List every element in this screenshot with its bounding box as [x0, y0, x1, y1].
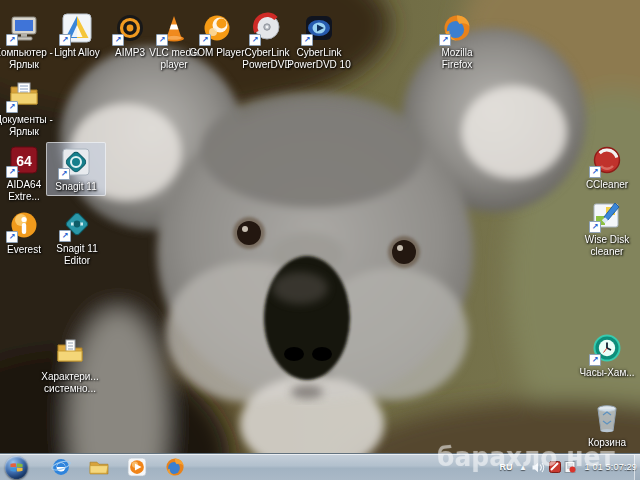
- shortcut-arrow-icon: ↗: [6, 166, 18, 178]
- shortcut-arrow-icon: ↗: [59, 230, 71, 242]
- desktop-icon-snagit-11-editor[interactable]: ↗Snagit 11Editor: [47, 204, 107, 269]
- desktop-icon-snagit-11[interactable]: ↗Snagit 11: [46, 142, 106, 196]
- shortcut-arrow-icon: ↗: [156, 34, 168, 46]
- desktop-icon-recycle-bin[interactable]: Корзина: [577, 398, 637, 452]
- desktop-icon-mozilla-firefox[interactable]: ↗MozillaFirefox: [427, 8, 487, 73]
- shortcut-arrow-icon: ↗: [589, 221, 601, 233]
- vlc-media-player-icon: ↗: [157, 11, 191, 45]
- language-indicator[interactable]: RU: [497, 455, 515, 479]
- shortcut-arrow-icon: ↗: [59, 34, 71, 46]
- icon-label: Snagit 11Editor: [56, 243, 98, 266]
- icon-label: CyberLinkPowerDVD: [242, 47, 291, 70]
- documents-icon: ↗: [7, 78, 41, 112]
- desktop-icon-light-alloy[interactable]: ↗Light Alloy: [47, 8, 107, 62]
- shortcut-arrow-icon: ↗: [439, 34, 451, 46]
- shortcut-arrow-icon: ↗: [6, 34, 18, 46]
- icon-label: Характери...системно...: [41, 371, 98, 394]
- desktop-icon-everest[interactable]: ↗Everest: [0, 205, 54, 259]
- cyberlink-powerdvd-icon: ↗: [250, 11, 284, 45]
- taskbar-button-firefox[interactable]: [160, 455, 190, 479]
- taskbar-button-windows-explorer[interactable]: [84, 455, 114, 479]
- aida64-extreme-icon: 64 ↗: [7, 143, 41, 177]
- show-hidden-icons-icon[interactable]: ▲: [518, 455, 528, 479]
- taskbar-button-internet-explorer[interactable]: [46, 455, 76, 479]
- snagit-11-icon: ↗: [59, 145, 93, 179]
- volume-icon[interactable]: [530, 455, 546, 479]
- icon-label: CyberLinkPowerDVD 10: [287, 47, 350, 70]
- taskbar: RU ▲ 1 01 5:07:29: [0, 453, 640, 480]
- system-specs-folder-icon: [53, 335, 87, 369]
- desktop-icon-cyberlink-powerdvd10[interactable]: ↗CyberLinkPowerDVD 10: [289, 8, 349, 73]
- chameleon-clock-icon: ↗: [590, 331, 624, 365]
- icon-label: Snagit 11: [55, 181, 97, 193]
- icon-label: AIDA64Extre...: [7, 179, 41, 202]
- shortcut-arrow-icon: ↗: [6, 101, 18, 113]
- icon-label: Корзина: [588, 437, 626, 449]
- light-alloy-icon: ↗: [60, 11, 94, 45]
- gom-player-icon: ↗: [200, 11, 234, 45]
- shortcut-arrow-icon: ↗: [589, 354, 601, 366]
- desktop-icon-ccleaner[interactable]: ↗CCleaner: [577, 140, 637, 194]
- shortcut-arrow-icon: ↗: [199, 34, 211, 46]
- ccleaner-icon: ↗: [590, 143, 624, 177]
- desktop-icon-computer[interactable]: ↗Компьютер -Ярлык: [0, 8, 54, 73]
- icon-label: CCleaner: [586, 179, 628, 191]
- shortcut-arrow-icon: ↗: [6, 231, 18, 243]
- start-button[interactable]: [3, 455, 29, 479]
- shortcut-arrow-icon: ↗: [589, 166, 601, 178]
- wise-disk-cleaner-icon: ↗: [590, 198, 624, 232]
- cyberlink-powerdvd10-icon: ↗: [302, 11, 336, 45]
- icon-label: AIMP3: [115, 47, 145, 59]
- tray-icon-2[interactable]: [563, 455, 577, 479]
- desktop-icon-system-specs-folder[interactable]: Характери...системно...: [40, 332, 100, 397]
- icon-label: Компьютер -Ярлык: [0, 47, 53, 70]
- icon-label: MozillaFirefox: [441, 47, 472, 70]
- shortcut-arrow-icon: ↗: [112, 34, 124, 46]
- snagit-11-editor-icon: ↗: [60, 207, 94, 241]
- show-desktop-button[interactable]: [634, 455, 640, 480]
- tray-icon-1[interactable]: [548, 455, 562, 479]
- mozilla-firefox-icon: ↗: [440, 11, 474, 45]
- shortcut-arrow-icon: ↗: [249, 34, 261, 46]
- desktop-icon-documents[interactable]: ↗Документы -Ярлык: [0, 75, 54, 140]
- icon-label: Light Alloy: [54, 47, 100, 59]
- desktop-icon-wise-disk-cleaner[interactable]: ↗Wise Diskcleaner: [577, 195, 637, 260]
- aimp3-icon: ↗: [113, 11, 147, 45]
- desktop-screen: ↗Компьютер -Ярлык ↗Light Alloy ↗AIMP3 ↗V…: [0, 0, 640, 480]
- icon-label: Wise Diskcleaner: [585, 234, 629, 257]
- desktop-icon-chameleon-clock[interactable]: ↗Часы-Хам...: [577, 328, 637, 382]
- recycle-bin-icon: [590, 401, 624, 435]
- icon-label: Часы-Хам...: [579, 367, 634, 379]
- windows-logo-icon: [5, 456, 28, 479]
- svg-text:64: 64: [16, 153, 32, 169]
- taskbar-button-windows-media-player[interactable]: [122, 455, 152, 479]
- tray-clock[interactable]: 1 01 5:07:29: [579, 455, 639, 479]
- shortcut-arrow-icon: ↗: [301, 34, 313, 46]
- icon-label: Everest: [7, 244, 41, 256]
- everest-icon: ↗: [7, 208, 41, 242]
- icon-label: Документы -Ярлык: [0, 114, 53, 137]
- computer-icon: ↗: [7, 11, 41, 45]
- shortcut-arrow-icon: ↗: [58, 168, 70, 180]
